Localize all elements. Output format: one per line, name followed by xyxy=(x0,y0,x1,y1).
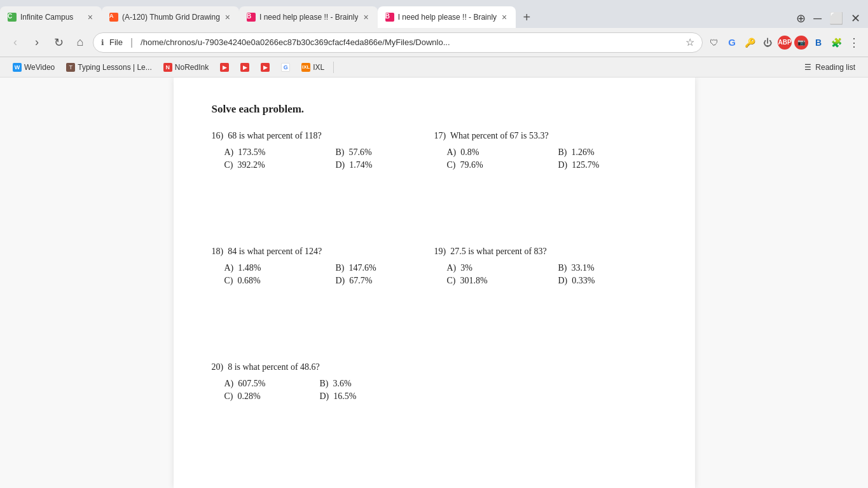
problem-16-choices: A) 173.5% B) 57.6% C) 392.2% D) 1.74% xyxy=(212,147,434,170)
problem-16-question: 16) 68 is what percent of 118? xyxy=(212,131,434,141)
extension-icons: 🛡 G 🔑 ⏻ ABP 📷 B 🧩 ⋮ xyxy=(706,35,862,50)
choice-16c: C) 392.2% xyxy=(224,160,323,170)
choice-16d: D) 1.74% xyxy=(336,160,434,170)
bookmark-yt-3[interactable]: ▶ xyxy=(256,62,275,73)
yt1-favicon: ▶ xyxy=(220,63,229,72)
tab-close-1[interactable]: × xyxy=(86,12,94,22)
choice-18d: D) 67.7% xyxy=(336,276,434,286)
bookmark-yt-2[interactable]: ▶ xyxy=(235,62,254,73)
problem-18-choices: A) 1.48% B) 147.6% C) 0.68% D) 67.7% xyxy=(212,263,434,286)
new-tab-button[interactable]: + xyxy=(516,6,537,28)
tab-label-3: I need help please !! - Brainly xyxy=(259,13,358,22)
tab-bar: C Infinite Campus × A (A-120) Thumb Grid… xyxy=(0,0,868,28)
minimize-button[interactable]: ─ xyxy=(811,10,824,28)
address-text: /home/chronos/u-7903e4240e0a0266ec87b30c… xyxy=(141,37,680,47)
ext-puzzle-icon[interactable]: 🧩 xyxy=(829,35,844,50)
problem-20-question: 20) 8 is what percent of 48.6? xyxy=(212,362,657,372)
browser-window: C Infinite Campus × A (A-120) Thumb Grid… xyxy=(0,0,868,488)
problem-18: 18) 84 is what percent of 124? A) 1.48% … xyxy=(212,247,434,286)
typing-favicon: T xyxy=(66,63,75,72)
ext-abp-icon[interactable]: ABP xyxy=(778,36,792,50)
forward-button[interactable]: › xyxy=(28,34,46,51)
document-area: Solve each problem. 16) 68 is what perce… xyxy=(174,78,695,488)
reading-list-icon: ☰ xyxy=(804,63,811,72)
ext-shield-icon[interactable]: 🛡 xyxy=(706,35,722,50)
bookmark-ixl[interactable]: IXL IXL xyxy=(296,62,329,73)
tab-close-2[interactable]: × xyxy=(224,12,231,22)
choice-20c: C) 0.28% xyxy=(224,391,307,402)
address-bar[interactable]: ℹ File | /home/chronos/u-7903e4240e0a026… xyxy=(93,32,703,53)
ext-power-icon[interactable]: ⏻ xyxy=(760,35,775,50)
choice-20a: A) 607.5% xyxy=(224,379,307,389)
reload-button[interactable]: ↻ xyxy=(50,34,67,51)
spacer-1 xyxy=(212,196,657,247)
choice-18c: C) 0.68% xyxy=(224,276,323,286)
ext-key-icon[interactable]: 🔑 xyxy=(742,35,757,50)
yt3-favicon: ▶ xyxy=(261,63,270,72)
choice-16a: A) 173.5% xyxy=(224,147,323,158)
problem-17-question: 17) What percent of 67 is 53.3? xyxy=(434,131,657,141)
bookmark-wevideo-label: WeVideo xyxy=(24,63,55,72)
tab-label-2: (A-120) Thumb Grid Drawing xyxy=(122,13,220,22)
problem-19-question: 19) 27.5 is what percent of 83? xyxy=(434,247,657,257)
bookmark-typing-lessons[interactable]: T Typing Lessons | Le... xyxy=(61,62,157,73)
choice-17c: C) 79.6% xyxy=(447,160,546,170)
tab-label-4: I need help please !! - Brainly xyxy=(398,13,497,22)
back-button[interactable]: ‹ xyxy=(6,34,24,51)
profile-icon[interactable]: ⊕ xyxy=(794,9,808,28)
problem-16: 16) 68 is what percent of 118? A) 173.5%… xyxy=(212,131,434,170)
tab-thumb-grid[interactable]: A (A-120) Thumb Grid Drawing × xyxy=(102,6,239,28)
choice-17a: A) 0.8% xyxy=(447,147,546,158)
choice-20b: B) 3.6% xyxy=(320,379,403,389)
spacer-2 xyxy=(212,311,657,362)
bookmark-star-icon[interactable]: ☆ xyxy=(685,36,694,48)
maximize-button[interactable]: ⬜ xyxy=(827,9,846,28)
bookmark-noredink[interactable]: N NoRedInk xyxy=(158,62,214,73)
problem-row-1: 16) 68 is what percent of 118? A) 173.5%… xyxy=(212,131,657,170)
window-controls: ⊕ ─ ⬜ ✕ xyxy=(794,9,868,28)
bookmark-yt-1[interactable]: ▶ xyxy=(215,62,234,73)
tab-brainly-3[interactable]: B I need help please !! - Brainly × xyxy=(239,6,378,28)
nav-bar: ‹ › ↻ ⌂ ℹ File | /home/chronos/u-7903e42… xyxy=(0,28,868,57)
tab-label-1: Infinite Campus xyxy=(20,13,83,22)
choice-19c: C) 301.8% xyxy=(447,276,546,286)
problem-17: 17) What percent of 67 is 53.3? A) 0.8% … xyxy=(434,131,657,170)
reading-list-label: Reading list xyxy=(815,63,855,72)
bookmarks-divider xyxy=(333,62,334,73)
ext-camera-icon[interactable]: 📷 xyxy=(794,36,808,50)
home-button[interactable]: ⌂ xyxy=(71,34,89,51)
problem-20-choices: A) 607.5% B) 3.6% C) 0.28% D) 16.5% xyxy=(212,379,403,402)
problem-row-2: 18) 84 is what percent of 124? A) 1.48% … xyxy=(212,247,657,286)
google-favicon: G xyxy=(281,63,290,72)
bookmark-noredink-label: NoRedInk xyxy=(175,63,209,72)
choice-17d: D) 125.7% xyxy=(558,160,657,170)
tab-favicon-4: B xyxy=(385,13,394,22)
address-separator: | xyxy=(130,37,135,48)
tab-brainly-4[interactable]: B I need help please !! - Brainly × xyxy=(378,6,516,28)
close-window-button[interactable]: ✕ xyxy=(848,9,863,28)
bookmark-typing-label: Typing Lessons | Le... xyxy=(78,63,152,72)
bookmark-ixl-label: IXL xyxy=(313,63,324,72)
wevideo-favicon: W xyxy=(13,63,22,72)
problem-19-choices: A) 3% B) 33.1% C) 301.8% D) 0.33% xyxy=(434,263,657,286)
more-options-button[interactable]: ⋮ xyxy=(846,35,862,50)
problem-19: 19) 27.5 is what percent of 83? A) 3% B)… xyxy=(434,247,657,286)
choice-20d: D) 16.5% xyxy=(320,391,403,402)
info-icon: ℹ xyxy=(101,38,104,47)
reading-list-button[interactable]: ☰ Reading list xyxy=(799,62,860,73)
tab-favicon-1: C xyxy=(8,13,17,22)
address-prefix: File xyxy=(109,37,125,47)
choice-19a: A) 3% xyxy=(447,263,546,273)
tab-close-4[interactable]: × xyxy=(500,12,508,22)
bookmark-wevideo[interactable]: W WeVideo xyxy=(8,62,60,73)
document-heading: Solve each problem. xyxy=(212,103,657,116)
choice-19d: D) 0.33% xyxy=(558,276,657,286)
ext-g-icon[interactable]: G xyxy=(724,35,740,50)
choice-17b: B) 1.26% xyxy=(558,147,657,158)
problem-17-choices: A) 0.8% B) 1.26% C) 79.6% D) 125.7% xyxy=(434,147,657,170)
ext-blue-icon[interactable]: B xyxy=(811,35,826,50)
bookmark-google[interactable]: G xyxy=(276,62,295,73)
bookmarks-bar: W WeVideo T Typing Lessons | Le... N NoR… xyxy=(0,57,868,78)
tab-infinite-campus[interactable]: C Infinite Campus × xyxy=(0,6,102,28)
tab-close-3[interactable]: × xyxy=(362,12,369,22)
